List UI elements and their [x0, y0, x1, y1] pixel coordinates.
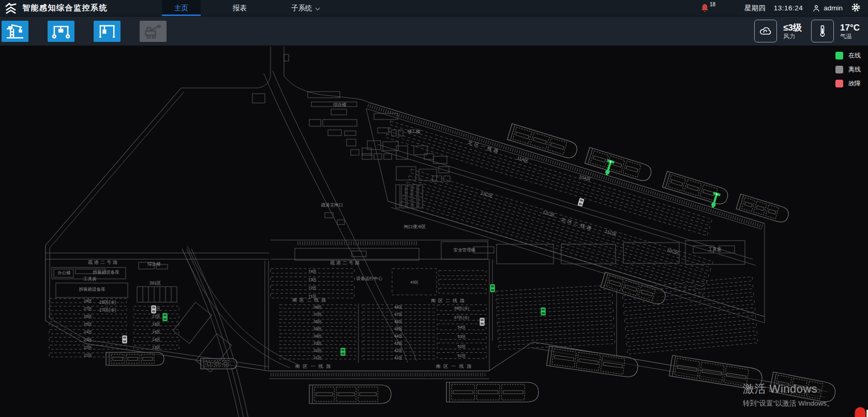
reach-stacker-icon [143, 23, 163, 39]
svg-text:28区: 28区 [84, 299, 92, 303]
chevron-down-icon [315, 5, 320, 12]
svg-text:11C区: 11C区 [604, 229, 617, 237]
corner-alert-bell-icon[interactable] [850, 405, 868, 417]
vehicle-marker[interactable] [122, 335, 127, 344]
navbar-right: 18 星期四 13:16:24 admin [700, 0, 868, 16]
svg-text:设备运行中心: 设备运行中心 [356, 276, 383, 281]
svg-text:67区(冷): 67区(冷) [454, 315, 469, 320]
port-map-canvas[interactable]: 28区27区26区25区24区23区22区21区18区17区16区15区14区1… [0, 46, 868, 417]
temperature-box [811, 20, 834, 42]
fault-swatch [835, 80, 843, 87]
brand: 智能感知综合监控系统 [0, 0, 108, 16]
equipment-toolbar: ≤3级 风力 17°C 气温 [0, 17, 868, 46]
svg-text:27区(冷): 27区(冷) [99, 307, 116, 312]
svg-text:24区: 24区 [84, 330, 92, 334]
alarm-bell-button[interactable]: 18 [700, 3, 715, 13]
svg-text:14区: 14区 [152, 337, 160, 342]
top-navbar: 智能感知综合监控系统 主页 报表 子系统 18 [0, 0, 868, 17]
svg-text:疏港二号路: 疏港二号路 [330, 260, 361, 265]
vehicle-marker[interactable] [577, 198, 585, 207]
app-title: 智能感知综合监控系统 [22, 3, 108, 13]
svg-text:37区: 37区 [313, 312, 322, 317]
wind-value: ≤3级 [783, 23, 802, 33]
vehicle-marker[interactable] [490, 284, 495, 292]
app-logo-icon [4, 2, 18, 15]
tab-reports[interactable]: 报表 [220, 0, 259, 16]
cloud-icon [759, 25, 772, 37]
svg-text:43区: 43区 [394, 341, 402, 346]
svg-text:办公楼: 办公楼 [57, 270, 71, 275]
clock-text: 13:16:24 [774, 4, 803, 12]
vehicle-marker[interactable] [162, 313, 168, 321]
monitoring-app: 智能感知综合监控系统 主页 报表 子系统 18 [0, 0, 868, 417]
svg-text:10C区: 10C区 [666, 247, 680, 256]
main-tabs: 主页 报表 子系统 [162, 0, 352, 16]
svg-text:38区: 38区 [313, 305, 322, 309]
svg-text:疏港主闸口: 疏港主闸口 [321, 202, 343, 207]
svg-text:25区: 25区 [84, 322, 92, 326]
svg-text:28区(冷): 28区(冷) [99, 300, 116, 305]
rtg-crane-icon [51, 23, 71, 39]
svg-text:26区: 26区 [84, 314, 92, 319]
port-map-area: 28区27区26区25区24区23区22区21区18区17区16区15区14区1… [0, 46, 868, 417]
ship [106, 352, 164, 365]
svg-text:拆装箱设备库: 拆装箱设备库 [79, 287, 106, 292]
quay-crane-filter-button[interactable] [2, 21, 28, 42]
vehicle-marker[interactable] [480, 318, 485, 326]
wind-label: 风力 [783, 33, 802, 40]
svg-text:安全管理楼: 安全管理楼 [454, 247, 476, 252]
svg-text:疏港二号路: 疏港二号路 [88, 260, 119, 265]
tab-subsystems[interactable]: 子系统 [279, 0, 333, 16]
wind-box [754, 20, 777, 42]
legend-online: 在线 [835, 51, 861, 60]
ship [201, 359, 237, 369]
vehicle-marker[interactable] [541, 307, 546, 316]
legend-fault: 故障 [835, 79, 861, 88]
svg-text:74区: 74区 [308, 269, 317, 274]
user-icon [812, 4, 820, 12]
svg-text:北区一线路: 北区一线路 [467, 140, 501, 155]
svg-text:34区: 34区 [313, 334, 322, 338]
temperature-group: 17°C 气温 [811, 20, 860, 42]
offline-swatch [835, 66, 843, 73]
settings-gear-button[interactable] [851, 3, 861, 14]
vehicle-marker[interactable] [340, 348, 346, 356]
weather-panel: ≤3级 风力 17°C 气温 [754, 20, 868, 42]
svg-text:21区: 21区 [84, 353, 92, 358]
svg-text:北区二线路: 北区二线路 [560, 217, 594, 232]
svg-text:综合楼: 综合楼 [147, 261, 161, 266]
ship [770, 372, 837, 404]
svg-text:391区: 391区 [149, 280, 161, 286]
svg-text:南区一线路: 南区一线路 [436, 364, 475, 369]
svg-text:17区: 17区 [152, 314, 160, 319]
svg-text:工具房: 工具房 [83, 276, 97, 281]
svg-text:10A区: 10A区 [578, 174, 592, 182]
svg-text:13区: 13区 [152, 345, 160, 350]
svg-text:32区: 32区 [313, 348, 322, 353]
vehicle-marker[interactable] [151, 305, 156, 314]
reach-stacker-filter-button[interactable] [140, 21, 167, 42]
svg-text:拆装箱设备库: 拆装箱设备库 [93, 270, 120, 275]
svg-text:46区: 46区 [394, 319, 402, 324]
quay-crane-icon [5, 23, 25, 39]
svg-text:41区: 41区 [394, 355, 402, 360]
user-menu[interactable]: admin [812, 4, 843, 12]
ship [736, 194, 790, 224]
gear-icon [851, 3, 861, 12]
svg-text:南区二线路: 南区二线路 [431, 298, 467, 303]
svg-text:11A区: 11A区 [516, 155, 529, 163]
online-swatch [835, 52, 843, 59]
svg-text:42区: 42区 [394, 348, 402, 353]
svg-text:27区: 27区 [84, 306, 92, 311]
svg-text:47区: 47区 [394, 312, 402, 317]
rmg-crane-filter-button[interactable] [94, 21, 121, 42]
svg-text:工具房: 工具房 [708, 247, 722, 252]
tab-home[interactable]: 主页 [162, 0, 201, 16]
svg-text:南区二线路: 南区二线路 [292, 297, 328, 303]
rtg-crane-filter-button[interactable] [48, 21, 74, 42]
svg-text:68区(冷): 68区(冷) [454, 306, 469, 310]
ship [446, 382, 538, 402]
svg-text:45区: 45区 [394, 326, 402, 331]
svg-text:15区: 15区 [152, 330, 160, 334]
temperature-value: 17°C [840, 23, 860, 33]
